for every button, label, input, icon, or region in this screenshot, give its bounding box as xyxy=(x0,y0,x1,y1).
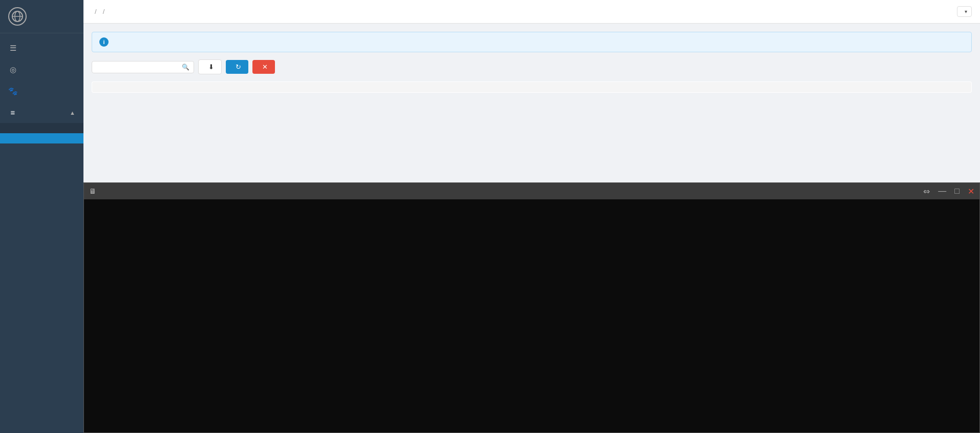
sidebar-nav: ☰ ◎ 🐾 ≡ ▲ xyxy=(0,33,83,433)
sidebar-logo xyxy=(0,0,83,33)
sidebar-item-dns-query[interactable] xyxy=(0,133,83,143)
col-created xyxy=(750,82,971,93)
breadcrumb-separator: / xyxy=(103,8,105,15)
logo-icon xyxy=(8,7,27,26)
sidebar-item-http-request[interactable] xyxy=(0,123,83,133)
terminal-body xyxy=(84,199,979,432)
payloads-icon: ◎ xyxy=(8,65,17,74)
search-input[interactable] xyxy=(96,64,180,71)
table-header xyxy=(92,82,972,93)
clear-icon: ✕ xyxy=(262,63,268,71)
info-icon: i xyxy=(99,37,109,47)
col-remote xyxy=(531,82,750,93)
search-box[interactable]: 🔍 xyxy=(92,61,194,73)
breadcrumb: / / xyxy=(92,8,108,15)
maximize-icon[interactable]: □ xyxy=(954,187,960,196)
restore-icon[interactable]: ⇔ xyxy=(923,187,930,196)
close-icon[interactable]: ✕ xyxy=(968,187,974,196)
records-icon: ≡ xyxy=(8,108,17,117)
chevron-down-icon: ▾ xyxy=(965,9,967,14)
terminal-titlebar: 🖥 ⇔ — □ ✕ xyxy=(84,183,979,199)
terminal-controls[interactable]: ⇔ — □ ✕ xyxy=(923,187,974,196)
sidebar-item-api[interactable]: 🐾 xyxy=(0,80,83,102)
sidebar-item-records[interactable]: ≡ ▲ xyxy=(0,102,83,123)
terminal-window[interactable]: 🖥 ⇔ — □ ✕ xyxy=(83,182,980,433)
reload-button[interactable]: ↻ xyxy=(226,60,248,74)
toolbar: 🔍 ⬇ ↻ ✕ xyxy=(92,59,972,74)
sidebar-submenu-records xyxy=(0,123,83,143)
sidebar: ☰ ◎ 🐾 ≡ ▲ xyxy=(0,0,83,433)
user-menu[interactable]: ▾ xyxy=(957,6,972,17)
download-button[interactable]: ⬇ xyxy=(198,59,222,74)
reload-icon: ↻ xyxy=(236,63,241,71)
records-table xyxy=(92,81,972,93)
breadcrumb-separator-start: / xyxy=(95,8,97,15)
col-name xyxy=(314,82,532,93)
records-chevron-icon: ▲ xyxy=(70,110,75,116)
main-content: / / ▾ i 🔍 ⬇ ↻ xyxy=(83,0,980,433)
topbar: / / ▾ xyxy=(83,0,980,24)
minimize-icon[interactable]: — xyxy=(938,187,946,196)
page-content: i 🔍 ⬇ ↻ ✕ xyxy=(83,24,980,433)
info-banner: i xyxy=(92,32,972,52)
terminal-title: 🖥 xyxy=(89,187,100,195)
introduce-icon: ☰ xyxy=(8,44,17,53)
download-icon: ⬇ xyxy=(208,63,214,71)
sidebar-item-payloads[interactable]: ◎ xyxy=(0,59,83,80)
sidebar-item-introduce[interactable]: ☰ xyxy=(0,37,83,59)
terminal-icon: 🖥 xyxy=(89,187,96,195)
search-icon: 🔍 xyxy=(182,64,189,71)
api-icon: 🐾 xyxy=(8,87,17,96)
col-id xyxy=(92,82,314,93)
clear-button[interactable]: ✕ xyxy=(252,60,275,74)
